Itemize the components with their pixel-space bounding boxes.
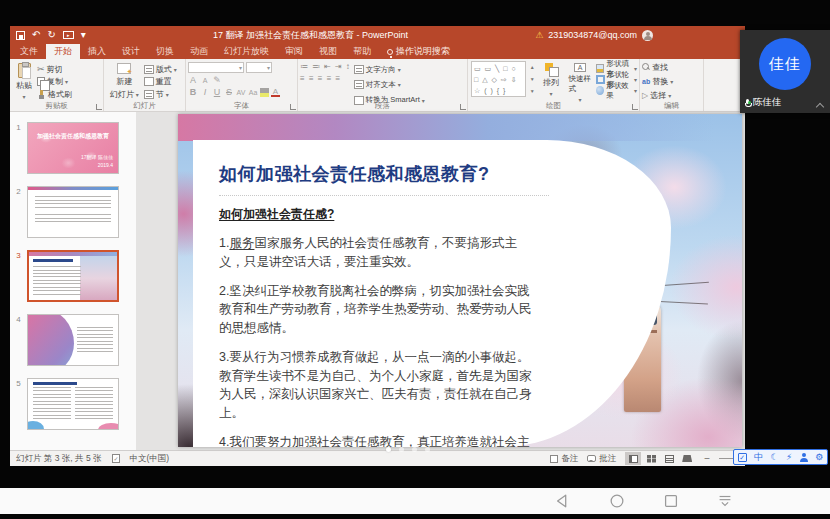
shapes-more-icon[interactable]: ▼ <box>530 88 535 94</box>
thumbnail-slide-2[interactable]: 2 <box>10 186 136 238</box>
shapes-gallery[interactable]: ▭ ▭ ╲ □ ○ □ △ ◇ ⇨ ⇩ ☆ ( ) { } <box>471 61 526 97</box>
character-spacing-button[interactable]: AV <box>236 89 246 96</box>
font-size-combobox[interactable]: ▾ <box>246 62 272 73</box>
tab-home[interactable]: 开始 <box>46 44 80 59</box>
paste-button[interactable]: 粘贴 ▾ <box>13 61 35 102</box>
spellcheck-icon[interactable] <box>112 454 120 463</box>
view-reading-button[interactable] <box>661 452 677 465</box>
night-mode-icon[interactable]: ☾ <box>771 453 779 462</box>
notes-toggle[interactable]: 备注 <box>550 453 578 465</box>
thumbnail-slide-1[interactable]: 1 加强社会责任感和感恩教育 17翻译 陈佳佳 2019.4 <box>10 122 136 174</box>
slide-editor-area[interactable]: 如何加强社会责任感和感恩教育? 如何加强社会责任感? 1.服务国家服务人民的社会… <box>136 112 745 450</box>
tab-design[interactable]: 设计 <box>114 44 148 59</box>
view-normal-button[interactable] <box>625 452 641 465</box>
account-email[interactable]: 2319034874@qq.com <box>548 30 637 40</box>
tab-slideshow[interactable]: 幻灯片放映 <box>216 44 277 59</box>
indent-icons[interactable]: ⇤ ⇥ <box>324 62 343 71</box>
user-icon[interactable] <box>800 453 808 462</box>
slide-text-card[interactable]: 如何加强社会责任感和感恩教育? 如何加强社会责任感? 1.服务国家服务人民的社会… <box>193 140 671 447</box>
tab-file[interactable]: 文件 <box>12 44 46 59</box>
page-indicator-dots <box>386 447 430 452</box>
video-call-widget[interactable]: 佳佳 陈佳佳 <box>740 30 830 113</box>
font-dialog-launcher[interactable] <box>290 104 296 110</box>
save-icon[interactable] <box>16 31 25 40</box>
arrange-button[interactable]: 排列 ▾ <box>538 61 563 102</box>
alignment-icons[interactable]: ≡ ≡ ≡ ≡ ≡ <box>300 74 341 83</box>
tab-transitions[interactable]: 切换 <box>148 44 182 59</box>
find-button[interactable]: 查找 <box>642 61 701 73</box>
new-slide-button[interactable]: 新建 幻灯片 ▾ <box>107 61 142 102</box>
layout-icon <box>144 65 154 74</box>
line-spacing-icon[interactable]: ↕ <box>346 62 351 71</box>
font-color-icon[interactable]: A <box>271 88 280 97</box>
select-button[interactable]: ▷选择▾ <box>642 90 701 102</box>
shrink-font-button[interactable]: A <box>200 77 210 84</box>
section-button[interactable]: 节▾ <box>144 88 177 100</box>
language-indicator[interactable]: 中文(中国) <box>130 453 170 465</box>
quick-styles-button[interactable]: A 快速样式 ▾ <box>566 61 595 102</box>
current-slide-canvas[interactable]: 如何加强社会责任感和感恩教育? 如何加强社会责任感? 1.服务国家服务人民的社会… <box>178 114 742 447</box>
hide-keyboard-icon <box>716 492 734 510</box>
boost-icon[interactable]: ⚡ <box>786 453 792 462</box>
view-slideshow-button[interactable] <box>679 452 695 465</box>
comments-toggle[interactable]: 批注 <box>587 453 616 465</box>
home-button[interactable] <box>607 491 627 511</box>
numbering-icon[interactable]: ≕ <box>312 62 321 71</box>
thumbnail-slide-3-selected[interactable]: 3 <box>10 250 136 302</box>
recents-button[interactable] <box>661 491 681 511</box>
hide-keyboard-button[interactable] <box>715 491 735 511</box>
group-label-editing: 编辑 <box>640 101 703 111</box>
change-case-button[interactable]: Aa <box>248 89 258 96</box>
bullets-icon[interactable]: ≔ <box>300 62 309 71</box>
strikethrough-button[interactable]: S <box>224 87 234 97</box>
underline-button[interactable]: U <box>212 87 222 97</box>
tab-help[interactable]: 帮助 <box>345 44 379 59</box>
settings-gear-icon[interactable]: ⚙ <box>815 453 823 462</box>
undo-icon[interactable]: ↶ <box>32 30 40 40</box>
grow-font-button[interactable]: A <box>188 75 198 85</box>
titlebar: ↶ ↻ ▸ ▾ 17 翻译 加强社会责任感和感恩教育 - PowerPoint … <box>10 26 745 44</box>
clipboard-dialog-launcher[interactable] <box>96 104 102 110</box>
back-button[interactable] <box>553 491 573 511</box>
view-sorter-button[interactable] <box>643 452 659 465</box>
widget-collapse-icon[interactable] <box>816 103 824 111</box>
thumbnail-slide-4[interactable]: 4 <box>10 314 136 366</box>
caller-avatar: 佳佳 <box>759 38 811 90</box>
copy-icon <box>37 77 45 86</box>
drawing-dialog-launcher[interactable] <box>632 104 638 110</box>
shapes-scroll-up-icon[interactable]: ▲ <box>530 64 535 70</box>
replace-button[interactable]: ab替换▾ <box>642 75 701 87</box>
tab-animations[interactable]: 动画 <box>182 44 216 59</box>
text-highlight-color-icon[interactable] <box>260 88 269 97</box>
cut-button[interactable]: ✂剪切 <box>37 63 72 75</box>
shape-effects-button[interactable]: 形状效果▾ <box>596 85 637 96</box>
copy-button[interactable]: 复制▾ <box>37 76 72 88</box>
group-clipboard: 粘贴 ▾ ✂剪切 复制▾ 格式刷 剪贴板 <box>10 59 104 111</box>
reset-icon <box>144 77 154 86</box>
thumbnail-slide-5[interactable]: 5 <box>10 378 136 430</box>
font-name-combobox[interactable]: ▾ <box>188 62 244 73</box>
account-avatar[interactable] <box>642 30 653 41</box>
layout-button[interactable]: 版式▾ <box>144 63 177 75</box>
reset-button[interactable]: 重置 <box>144 76 177 88</box>
tab-view[interactable]: 视图 <box>311 44 345 59</box>
ime-chinese-icon[interactable]: 中 <box>754 453 763 462</box>
format-painter-button[interactable]: 格式刷 <box>37 88 72 100</box>
clear-formatting-button[interactable]: ✎ <box>212 75 222 85</box>
zoom-out-button[interactable]: − <box>704 453 710 464</box>
redo-icon[interactable]: ↻ <box>47 30 55 40</box>
shapes-scroll-down-icon[interactable]: ▼ <box>530 76 535 82</box>
start-slideshow-icon[interactable]: ▸ <box>63 31 74 39</box>
text-direction-button[interactable]: 文字方向▾ <box>354 64 425 75</box>
tell-me-search[interactable]: 操作说明搜索 <box>379 44 458 59</box>
italic-button[interactable]: I <box>200 87 210 97</box>
tab-review[interactable]: 审阅 <box>277 44 311 59</box>
tab-insert[interactable]: 插入 <box>80 44 114 59</box>
group-slides: 新建 幻灯片 ▾ 版式▾ 重置 节▾ 幻灯片 <box>104 59 186 111</box>
remote-screen: ↶ ↻ ▸ ▾ 17 翻译 加强社会责任感和感恩教育 - PowerPoint … <box>0 0 830 519</box>
pointer-check-icon[interactable]: ✓ <box>738 453 747 462</box>
align-text-button[interactable]: 对齐文本▾ <box>354 79 425 90</box>
ribbon-tabs: 文件 开始 插入 设计 切换 动画 幻灯片放映 审阅 视图 帮助 操作说明搜索 <box>10 44 745 59</box>
paragraph-dialog-launcher[interactable] <box>460 104 466 110</box>
bold-button[interactable]: B <box>188 87 198 97</box>
